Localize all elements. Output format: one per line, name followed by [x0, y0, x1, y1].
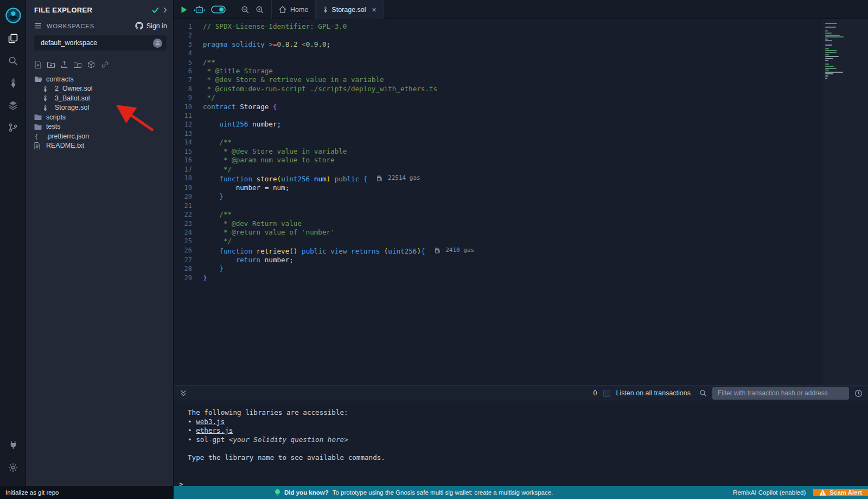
- git-init-status[interactable]: Initialize as git repo: [0, 486, 174, 499]
- code-line-22[interactable]: 22 /**: [174, 210, 868, 219]
- code-line-21[interactable]: 21: [174, 201, 868, 210]
- code-line-13[interactable]: 13: [174, 129, 868, 138]
- code-line-18[interactable]: 18 function store(uint256 num) public { …: [174, 174, 868, 184]
- line-number: 29: [174, 274, 203, 282]
- zoom-in-icon[interactable]: [256, 5, 264, 14]
- code-line-2[interactable]: 2: [174, 31, 868, 40]
- folder-open-icon: [34, 76, 43, 83]
- minimap[interactable]: [822, 19, 863, 385]
- expand-terminal-icon[interactable]: [180, 390, 187, 397]
- line-number: 17: [174, 165, 203, 174]
- library-link[interactable]: web3.js: [196, 418, 225, 426]
- code-line-14[interactable]: 14 /**: [174, 138, 868, 147]
- code-line-23[interactable]: 23 * @dev Return value: [174, 219, 868, 228]
- zoom-out-icon[interactable]: [241, 5, 250, 14]
- search-icon[interactable]: [0, 49, 26, 72]
- gas-estimate-badge: 2410 gas: [435, 246, 475, 255]
- chevron-right-icon[interactable]: [163, 7, 167, 13]
- new-file-icon[interactable]: [35, 61, 41, 68]
- copilot-toggle[interactable]: [211, 5, 226, 14]
- plugin-manager-icon[interactable]: [0, 434, 26, 456]
- history-icon[interactable]: [854, 389, 863, 397]
- check-icon[interactable]: [152, 7, 159, 13]
- line-number: 1: [174, 22, 203, 31]
- git-icon[interactable]: [0, 116, 26, 138]
- code-line-27[interactable]: 27 return number;: [174, 256, 868, 264]
- code-line-17[interactable]: 17 */: [174, 165, 868, 174]
- ai-assistant-icon[interactable]: [194, 5, 205, 14]
- terminal-search-icon[interactable]: [699, 389, 707, 397]
- scam-alert-button[interactable]: Scam Alert: [813, 489, 868, 496]
- code-line-3[interactable]: 3pragma solidity >=0.8.2 <0.9.0;: [174, 40, 868, 49]
- file-explorer-icon[interactable]: [0, 27, 26, 49]
- listen-checkbox[interactable]: [603, 390, 610, 397]
- link-icon[interactable]: [101, 61, 109, 68]
- code-line-19[interactable]: 19 number = num;: [174, 184, 868, 192]
- tree-item-contracts[interactable]: contracts: [26, 74, 174, 84]
- transaction-filter-input[interactable]: [712, 387, 849, 400]
- code-line-15[interactable]: 15 * @dev Store value in variable: [174, 147, 868, 156]
- remix-ide-window: FILE EXPLORER WORKSPACES Sign in default…: [0, 0, 868, 499]
- solidity-file-icon: [323, 6, 328, 13]
- new-folder-icon[interactable]: [47, 61, 55, 68]
- code-line-24[interactable]: 24 * @return value of 'number': [174, 228, 868, 237]
- line-number: 15: [174, 147, 203, 156]
- close-tab-icon[interactable]: ×: [372, 6, 376, 14]
- tree-item-2_Owner.sol[interactable]: 2_Owner.sol: [26, 84, 174, 94]
- code-line-1[interactable]: 1// SPDX-License-Identifier: GPL-3.0: [174, 22, 868, 31]
- tree-item-Storage.sol[interactable]: Storage.sol: [26, 103, 174, 113]
- code-line-12[interactable]: 12 uint256 number;: [174, 120, 868, 129]
- file-tree: contracts2_Owner.sol3_Ballot.solStorage.…: [26, 73, 174, 150]
- code-line-29[interactable]: 29}: [174, 274, 868, 282]
- code-area[interactable]: 1// SPDX-License-Identifier: GPL-3.023pr…: [174, 19, 868, 282]
- settings-gear-icon[interactable]: [0, 456, 26, 478]
- library-link[interactable]: ethers.js: [196, 426, 233, 434]
- workspace-menu-icon[interactable]: [153, 39, 162, 48]
- code-line-8[interactable]: 8 * @custom:dev-run-script ./scripts/dep…: [174, 85, 868, 93]
- sign-in-button[interactable]: Sign in: [135, 22, 167, 30]
- terminal-line: • sol-gpt <your Solidity question here>: [174, 435, 868, 445]
- code-line-25[interactable]: 25 */: [174, 237, 868, 245]
- upload-folder-icon[interactable]: [74, 61, 81, 68]
- upload-file-icon[interactable]: [61, 61, 68, 68]
- remix-logo[interactable]: [0, 3, 26, 27]
- code-line-28[interactable]: 28 }: [174, 264, 868, 273]
- code-line-10[interactable]: 10contract Storage {: [174, 103, 868, 111]
- line-number: 25: [174, 237, 203, 245]
- line-number: 18: [174, 174, 203, 184]
- deploy-and-run-icon[interactable]: [0, 94, 26, 116]
- solidity-compiler-icon[interactable]: [0, 72, 26, 94]
- workspace-selector[interactable]: default_workspace: [34, 35, 167, 50]
- activity-bar: [0, 0, 26, 486]
- code-line-26[interactable]: 26 function retrieve() public view retur…: [174, 246, 868, 256]
- tab-storage-sol[interactable]: Storage.sol ×: [316, 0, 384, 19]
- tree-item-3_Ballot.sol[interactable]: 3_Ballot.sol: [26, 93, 174, 103]
- line-number: 27: [174, 256, 203, 264]
- code-line-20[interactable]: 20 }: [174, 192, 868, 201]
- tab-home[interactable]: Home: [271, 0, 316, 19]
- tree-item-tests[interactable]: tests: [26, 122, 174, 132]
- line-number: 23: [174, 219, 203, 228]
- run-script-button[interactable]: [181, 6, 188, 14]
- tree-item-label: 3_Ballot.sol: [55, 94, 90, 102]
- gas-estimate-badge: 22514 gas: [377, 174, 420, 182]
- code-line-5[interactable]: 5/**: [174, 58, 868, 67]
- lightbulb-icon: [275, 489, 280, 496]
- tree-item-.prettierrc.json[interactable]: { }.prettierrc.json: [26, 131, 174, 141]
- code-line-6[interactable]: 6 * @title Storage: [174, 67, 868, 75]
- code-line-7[interactable]: 7 * @dev Store & retrieve value in a var…: [174, 75, 868, 84]
- code-line-9[interactable]: 9 */: [174, 93, 868, 102]
- code-line-4[interactable]: 4: [174, 49, 868, 58]
- code-line-16[interactable]: 16 * @param num value to store: [174, 156, 868, 165]
- terminal-output[interactable]: The following libraries are accessible:•…: [174, 401, 868, 486]
- copilot-status[interactable]: RemixAI Copilot (enabled): [733, 489, 806, 496]
- folder-icon: [34, 114, 43, 120]
- workspaces-menu-icon[interactable]: [34, 23, 42, 29]
- file-icon: [34, 142, 43, 149]
- code-line-11[interactable]: 11: [174, 111, 868, 120]
- cube-icon[interactable]: [87, 61, 95, 68]
- code-editor[interactable]: 1// SPDX-License-Identifier: GPL-3.023pr…: [174, 19, 868, 385]
- tree-item-scripts[interactable]: scripts: [26, 112, 174, 122]
- line-number: 21: [174, 201, 203, 210]
- tree-item-README.txt[interactable]: README.txt: [26, 141, 174, 151]
